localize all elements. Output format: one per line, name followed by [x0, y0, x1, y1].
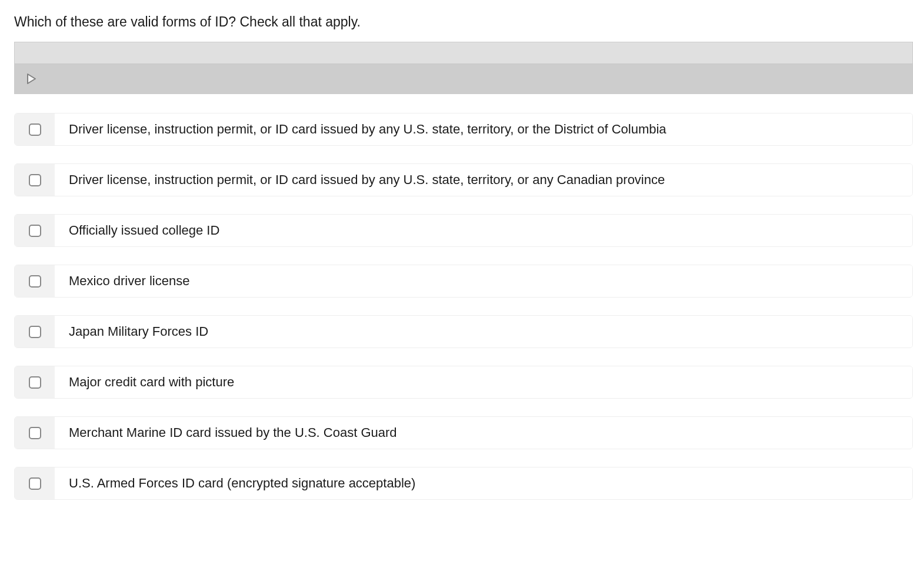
option-label: Merchant Marine ID card issued by the U.… [55, 417, 912, 449]
media-controls-bar [15, 64, 912, 93]
media-player [14, 42, 913, 94]
option-row[interactable]: Japan Military Forces ID [14, 315, 913, 348]
option-row[interactable]: Major credit card with picture [14, 366, 913, 399]
checkbox[interactable] [29, 225, 41, 237]
option-label: Driver license, instruction permit, or I… [55, 113, 912, 145]
checkbox-cell [15, 113, 55, 145]
options-list: Driver license, instruction permit, or I… [14, 113, 913, 500]
media-display-area [15, 42, 912, 64]
checkbox-cell [15, 417, 55, 449]
checkbox[interactable] [29, 427, 41, 439]
option-label: Mexico driver license [55, 265, 912, 297]
option-label: Major credit card with picture [55, 366, 912, 398]
checkbox[interactable] [29, 123, 41, 136]
svg-marker-0 [28, 74, 35, 83]
option-label: Japan Military Forces ID [55, 316, 912, 348]
option-row[interactable]: Officially issued college ID [14, 214, 913, 247]
checkbox[interactable] [29, 326, 41, 338]
option-label: U.S. Armed Forces ID card (encrypted sig… [55, 467, 912, 499]
option-row[interactable]: Merchant Marine ID card issued by the U.… [14, 416, 913, 449]
checkbox[interactable] [29, 376, 41, 389]
question-text: Which of these are valid forms of ID? Ch… [14, 14, 913, 30]
checkbox-cell [15, 366, 55, 398]
option-row[interactable]: Driver license, instruction permit, or I… [14, 113, 913, 146]
checkbox-cell [15, 316, 55, 348]
checkbox-cell [15, 215, 55, 246]
checkbox-cell [15, 164, 55, 196]
checkbox[interactable] [29, 174, 41, 186]
play-icon[interactable] [25, 73, 37, 85]
option-label: Driver license, instruction permit, or I… [55, 164, 912, 196]
checkbox-cell [15, 467, 55, 499]
checkbox-cell [15, 265, 55, 297]
quiz-container: Which of these are valid forms of ID? Ch… [0, 0, 913, 514]
option-row[interactable]: U.S. Armed Forces ID card (encrypted sig… [14, 467, 913, 500]
checkbox[interactable] [29, 477, 41, 490]
option-row[interactable]: Mexico driver license [14, 265, 913, 298]
option-label: Officially issued college ID [55, 215, 912, 246]
checkbox[interactable] [29, 275, 41, 288]
option-row[interactable]: Driver license, instruction permit, or I… [14, 163, 913, 196]
